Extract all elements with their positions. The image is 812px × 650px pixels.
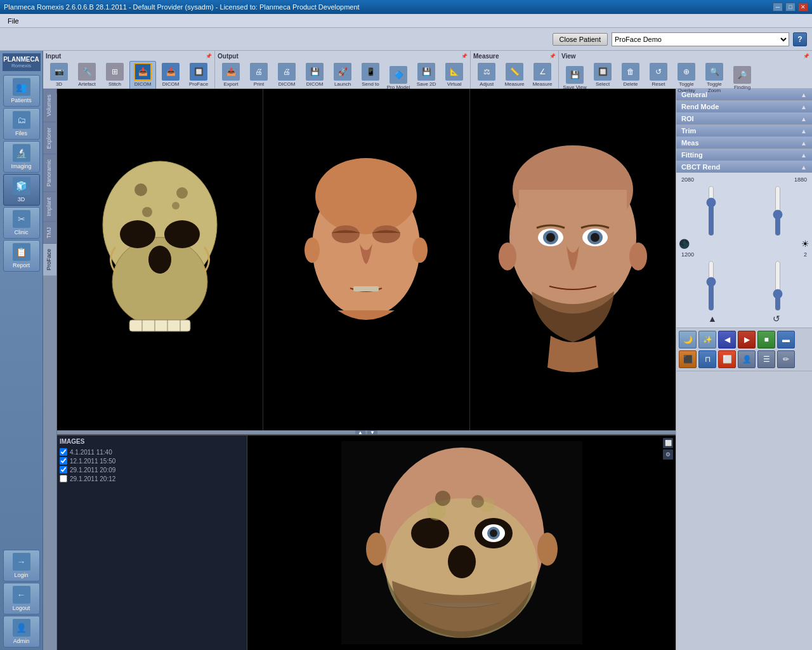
file-menu[interactable]: File	[3, 16, 24, 26]
patients-label: Patients	[11, 97, 32, 103]
svg-point-2	[120, 220, 155, 248]
tool-finding[interactable]: 🔎 Finding	[729, 64, 756, 93]
help-button[interactable]: ?	[793, 32, 807, 46]
panel-settings-icon[interactable]: ⚙	[663, 449, 673, 460]
measure-label: Measure	[473, 53, 499, 60]
svg-point-40	[448, 545, 476, 578]
svg-point-15	[315, 158, 417, 234]
svg-point-10	[142, 207, 152, 217]
rtool-green[interactable]: ■	[757, 331, 775, 348]
select-view-icon: 🔲	[594, 63, 612, 81]
files-icon: 🗂	[13, 111, 30, 129]
top-panels	[57, 89, 676, 430]
toolbar-area: Input 📌 📷 3D Capture 🔧 Artefact Removal …	[43, 51, 812, 89]
tool-toggle-zoom[interactable]: 🔍 Toggle Zoom	[701, 61, 728, 95]
cbct-slider-3[interactable]	[706, 260, 716, 311]
meas-header[interactable]: Meas ▲	[676, 137, 812, 149]
roi-expand-icon: ▲	[801, 116, 807, 123]
face-3d-panel	[263, 89, 469, 430]
rtool-red-box[interactable]: ⬜	[718, 350, 736, 368]
input-pin-icon[interactable]: 📌	[206, 53, 212, 59]
trim-section: Trim ▲	[676, 125, 812, 137]
cbct-slider-2[interactable]	[773, 185, 783, 236]
view-pin-icon[interactable]: 📌	[803, 53, 809, 59]
cbct-slider-1[interactable]	[706, 185, 716, 236]
logout-label: Logout	[13, 605, 30, 611]
tab-proface[interactable]: ProFace	[43, 243, 56, 275]
list-item[interactable]: 12.1.2011 15:50	[60, 456, 244, 465]
meas-label: Meas	[681, 139, 699, 147]
image-checkbox-1[interactable]	[60, 448, 67, 456]
minimize-button[interactable]: ─	[773, 3, 783, 11]
cbct-rend-section: CBCT Rend ▲ 2080 1880	[676, 161, 812, 328]
reset-circle-icon[interactable]: ↺	[773, 314, 780, 324]
cbct-slider-4[interactable]	[773, 260, 783, 311]
tool-pro-model[interactable]: 🔷 Pro Model	[385, 64, 412, 93]
rtool-brightness[interactable]: 🌙	[679, 331, 697, 348]
cbct-val1: 2080	[681, 176, 694, 183]
toolbar-view-section: View 📌 💾 Save View 🔲 Select View 🗑 Delet…	[559, 51, 812, 88]
launch-ext-app-icon: 🚀	[334, 63, 351, 81]
finding-label: Finding	[734, 84, 750, 91]
rtool-corner[interactable]: ⊓	[698, 350, 716, 368]
sidebar-item-clinic[interactable]: ✂ Clinic	[3, 207, 40, 239]
roi-header[interactable]: ROI ▲	[676, 113, 812, 124]
rtool-blue-flat[interactable]: ▬	[777, 331, 795, 348]
cbct-rend-header[interactable]: CBCT Rend ▲	[676, 161, 812, 173]
rtool-pen[interactable]: ✏	[777, 350, 795, 368]
tab-explorer[interactable]: Explorer	[43, 122, 56, 154]
fullscreen-icon[interactable]: ⬜	[663, 438, 673, 448]
sidebar-item-logout[interactable]: ← Logout	[3, 583, 40, 614]
sidebar-item-login[interactable]: → Login	[3, 550, 40, 581]
rtool-cube[interactable]: ⬛	[679, 350, 697, 368]
list-item[interactable]: 29.1.2011 20:12	[60, 474, 244, 483]
image-checkbox-4[interactable]	[60, 475, 67, 482]
image-checkbox-2[interactable]	[60, 457, 67, 465]
up-arrow-icon[interactable]: ▲	[708, 314, 717, 324]
proface-import-icon: 🔲	[190, 63, 207, 81]
tab-volumes[interactable]: Volumes	[43, 89, 56, 122]
sidebar-item-admin[interactable]: 👤 Admin	[3, 616, 40, 647]
trim-header[interactable]: Trim ▲	[676, 125, 812, 136]
cbct-slider-right2	[745, 260, 809, 311]
rend-mode-header[interactable]: Rend Mode ▲	[676, 101, 812, 112]
sidebar-item-patients[interactable]: 👥 Patients	[3, 75, 40, 107]
tab-tmj[interactable]: TMJ	[43, 222, 56, 244]
list-item[interactable]: 29.1.2011 20:09	[60, 465, 244, 474]
panel-icons: ⬜ ⚙	[663, 438, 673, 460]
app-title: Planmeca Romexis 2.6.0.6.B 28.1.2011 - D…	[4, 3, 360, 11]
sidebar-item-imaging[interactable]: 🔬 Imaging	[3, 141, 40, 173]
svg-point-3	[164, 220, 200, 248]
image-checkbox-3[interactable]	[60, 466, 67, 474]
skull-panel	[57, 89, 263, 430]
fitting-section: Fitting ▲	[676, 149, 812, 161]
maximize-button[interactable]: □	[785, 3, 796, 11]
close-button[interactable]: ✕	[798, 3, 808, 11]
sidebar-item-3d[interactable]: 🧊 3D	[3, 174, 40, 206]
rtool-highlight[interactable]: ✨	[698, 331, 716, 348]
tab-implant[interactable]: Implant	[43, 192, 56, 222]
rtool-red-right[interactable]: ▶	[738, 331, 756, 348]
sidebar-item-files[interactable]: 🗂 Files	[3, 108, 40, 140]
dicom-print-icon: 🖨	[278, 63, 296, 81]
input-label: Input	[46, 53, 61, 60]
patient-selector[interactable]: ProFace Demo	[612, 32, 789, 46]
sidebar-item-report[interactable]: 📋 Report	[3, 240, 40, 272]
photo-face-panel	[470, 89, 676, 430]
tab-panoramic[interactable]: Panoramic	[43, 154, 56, 192]
fitting-label: Fitting	[681, 151, 703, 159]
content-area: Input 📌 📷 3D Capture 🔧 Artefact Removal …	[43, 51, 812, 650]
close-patient-button[interactable]: Close Patient	[553, 33, 608, 46]
skull-svg	[84, 136, 236, 383]
rtool-blue-left[interactable]: ◀	[718, 331, 736, 348]
output-pin-icon[interactable]: 📌	[461, 53, 468, 59]
fitting-header[interactable]: Fitting ▲	[676, 149, 812, 161]
tool-toggle-overlay[interactable]: ⊕ Toggle Overlay	[673, 61, 700, 95]
svg-point-31	[629, 242, 647, 270]
tool-save-view[interactable]: 💾 Save View	[561, 64, 588, 93]
svg-point-35	[411, 518, 449, 548]
measure-pin-icon[interactable]: 📌	[549, 53, 556, 59]
rtool-face[interactable]: 👤	[738, 350, 756, 368]
list-item[interactable]: 4.1.2011 11:40	[60, 448, 244, 456]
rtool-list[interactable]: ☰	[757, 350, 775, 368]
